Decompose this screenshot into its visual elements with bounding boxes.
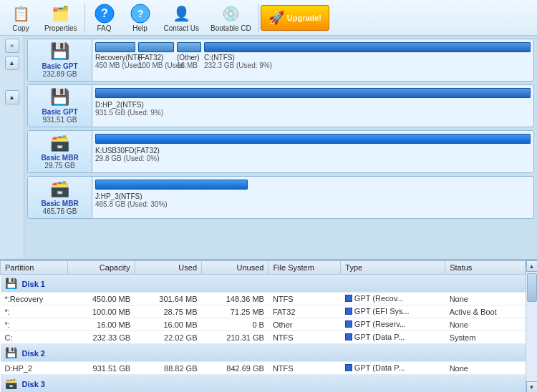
properties-icon: 🗂️ xyxy=(49,4,72,24)
table-row[interactable]: D:HP_2 931.51 GB 88.82 GB 842.69 GB NTFS… xyxy=(1,362,526,375)
disk-2-header-icon: 💾 xyxy=(5,347,17,358)
cell-capacity: 931.51 GB xyxy=(68,362,135,375)
bootable-cd-label: Bootable CD xyxy=(211,24,251,32)
faq-button[interactable]: ? FAQ xyxy=(87,1,122,35)
col-type: Type xyxy=(341,261,445,275)
disks-container: 💾 Basic GPT 232.89 GB Recovery(NTF 450 M… xyxy=(24,36,537,259)
disk-2-header[interactable]: 💾 Disk 2 xyxy=(1,344,526,362)
cell-capacity: 450.00 MB xyxy=(68,293,135,305)
cell-type: GPT (Data P... xyxy=(341,331,445,344)
scroll-up-2-button[interactable]: ▲ xyxy=(5,90,19,104)
disk-3-partition[interactable]: K:USB30FD(FAT32) 29.8 GB (Used: 0%) xyxy=(92,131,533,172)
cell-partition: *:Recovery xyxy=(1,293,68,305)
disk-row-4: 🗃️ Basic MBR 465.76 GB J:HP_3(NTFS) 465.… xyxy=(27,176,534,219)
disk-2-icon: 💾 xyxy=(50,88,69,107)
cell-status: None xyxy=(445,362,526,375)
cell-status: Active & Boot xyxy=(445,305,526,318)
cell-fs: FAT32 xyxy=(268,305,341,318)
cell-partition: C: xyxy=(1,331,68,344)
disk-1-header-label: 💾 Disk 1 xyxy=(1,275,526,293)
scroll-down-button[interactable]: ▼ xyxy=(526,381,538,392)
cell-fs: NTFS xyxy=(268,331,341,344)
upgrade-label: Upgrade! xyxy=(287,14,321,22)
cell-capacity: 232.33 GB xyxy=(68,331,135,344)
disk-4-partition[interactable]: J:HP_3(NTFS) 465.8 GB (Used: 30%) xyxy=(92,177,533,218)
copy-label: Copy xyxy=(12,24,29,32)
toolbar-separator-2 xyxy=(258,4,259,32)
table-row[interactable]: *:Recovery 450.00 MB 301.64 MB 148.36 MB… xyxy=(1,293,526,305)
cell-fs: Other xyxy=(268,318,341,331)
table-row[interactable]: *: 100.00 MB 28.75 MB 71.25 MB FAT32 GPT… xyxy=(1,305,526,318)
disk-2-size: 931.51 GB xyxy=(43,116,77,124)
collapse-all-button[interactable]: « xyxy=(5,39,19,53)
disk-4-size: 465.76 GB xyxy=(43,207,77,215)
cell-status: None xyxy=(445,318,526,331)
cell-unused: 0 B xyxy=(202,318,268,331)
disk-1-size: 232.89 GB xyxy=(43,70,77,78)
partition-recovery[interactable]: Recovery(NTF 450 MB (Used: xyxy=(95,42,137,69)
col-status: Status xyxy=(445,261,526,275)
contact-label: Contact Us xyxy=(164,24,199,32)
disk-4-info: 🗃️ Basic MBR 465.76 GB xyxy=(28,177,92,218)
toolbar-separator xyxy=(84,4,85,32)
toolbar: 📋 Copy 🗂️ Properties ? FAQ ? Help 👤 Cont… xyxy=(0,0,537,36)
partition-other[interactable]: (Other) 16 MB xyxy=(177,42,203,69)
cell-unused: 210.31 GB xyxy=(202,331,268,344)
copy-button[interactable]: 📋 Copy xyxy=(3,1,39,35)
contact-icon: 👤 xyxy=(170,4,193,24)
properties-label: Properties xyxy=(44,24,77,32)
disk-3-header[interactable]: 🗃️ Disk 3 xyxy=(1,375,526,393)
copy-icon: 📋 xyxy=(9,4,32,24)
table-scrollbar: ▲ ▼ xyxy=(526,260,537,392)
disk-2-header-label: 💾 Disk 2 xyxy=(1,344,526,362)
bootable-cd-button[interactable]: 💿 Bootable CD xyxy=(205,1,257,35)
cell-used: 301.64 MB xyxy=(135,293,201,305)
scroll-up-button[interactable]: ▲ xyxy=(526,260,538,272)
scroll-thumb[interactable] xyxy=(527,273,537,302)
cell-type: GPT (Data P... xyxy=(341,362,445,375)
disk-1-info: 💾 Basic GPT 232.89 GB xyxy=(28,39,92,81)
cell-type: GPT (Reserv... xyxy=(341,318,445,331)
table-header-row: Partition Capacity Used Unused File Syst… xyxy=(1,261,526,275)
help-icon: ? xyxy=(129,4,152,24)
disk-row-1: 💾 Basic GPT 232.89 GB Recovery(NTF 450 M… xyxy=(27,39,534,82)
disk-row-3: 🗃️ Basic MBR 29.75 GB K:USB30FD(FAT32) 2… xyxy=(27,130,534,173)
disk-3-info: 🗃️ Basic MBR 29.75 GB xyxy=(28,131,92,172)
contact-button[interactable]: 👤 Contact Us xyxy=(158,1,205,35)
disk-3-header-icon: 🗃️ xyxy=(5,378,17,389)
svg-text:?: ? xyxy=(137,8,143,19)
partition-fat32[interactable]: (FAT32) 100 MB (Used: xyxy=(138,42,175,69)
disk-1-header[interactable]: 💾 Disk 1 xyxy=(1,275,526,293)
disk-1-icon: 💾 xyxy=(50,42,69,61)
faq-icon: ? xyxy=(93,4,116,24)
disk-row-2: 💾 Basic GPT 931.51 GB D:HP_2(NTFS) 931.5… xyxy=(27,84,534,127)
disk-3-size: 29.75 GB xyxy=(44,162,74,170)
col-partition: Partition xyxy=(1,261,68,275)
table-container[interactable]: Partition Capacity Used Unused File Syst… xyxy=(0,260,526,392)
disk-3-header-label: 🗃️ Disk 3 xyxy=(1,375,526,393)
partition-table-area: Partition Capacity Used Unused File Syst… xyxy=(0,259,537,392)
table-row[interactable]: *: 16.00 MB 16.00 MB 0 B Other GPT (Rese… xyxy=(1,318,526,331)
table-row[interactable]: C: 232.33 GB 22.02 GB 210.31 GB NTFS GPT… xyxy=(1,331,526,344)
cell-unused: 148.36 MB xyxy=(202,293,268,305)
cell-unused: 842.69 GB xyxy=(202,362,268,375)
upgrade-button[interactable]: 🚀 Upgrade! xyxy=(261,5,329,31)
cell-capacity: 100.00 MB xyxy=(68,305,135,318)
bootable-cd-icon: 💿 xyxy=(219,4,242,24)
disk-3-icon: 🗃️ xyxy=(50,134,69,152)
cell-fs: NTFS xyxy=(268,362,341,375)
help-button[interactable]: ? Help xyxy=(122,1,158,35)
disk-2-partition[interactable]: D:HP_2(NTFS) 931.5 GB (Used: 9%) xyxy=(92,85,533,127)
properties-button[interactable]: 🗂️ Properties xyxy=(39,1,83,35)
partition-c[interactable]: C:(NTFS) 232.3 GB (Used: 9%) xyxy=(204,42,531,69)
scroll-up-button[interactable]: ▲ xyxy=(5,56,19,70)
side-controls: « ▲ ▲ xyxy=(0,36,24,259)
disk-area: « ▲ ▲ 💾 Basic GPT 232.89 GB Recovery(NTF… xyxy=(0,36,537,259)
cell-partition: *: xyxy=(1,318,68,331)
disk-4-icon: 🗃️ xyxy=(50,180,69,198)
col-unused: Unused xyxy=(202,261,268,275)
cell-unused: 71.25 MB xyxy=(202,305,268,318)
cell-status: System xyxy=(445,331,526,344)
cell-used: 88.82 GB xyxy=(135,362,201,375)
disk-2-info: 💾 Basic GPT 931.51 GB xyxy=(28,85,92,127)
